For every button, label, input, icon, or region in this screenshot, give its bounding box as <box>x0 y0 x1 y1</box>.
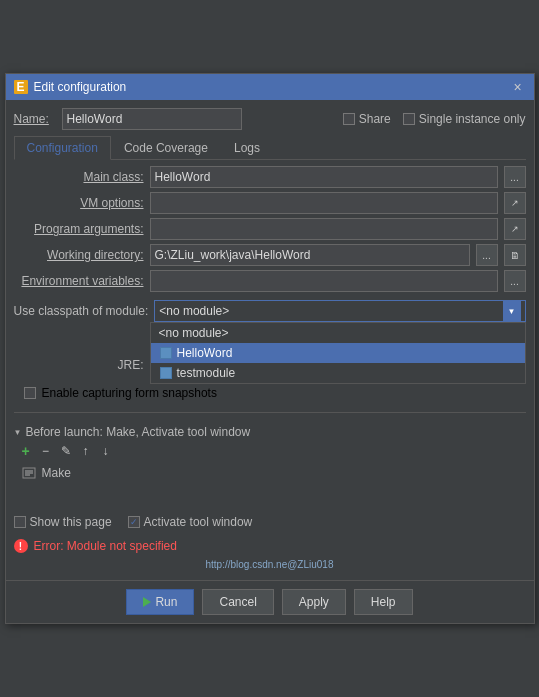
error-icon: ! <box>14 539 28 553</box>
divider <box>14 412 526 413</box>
apply-button[interactable]: Apply <box>282 589 346 615</box>
show-page-label: Show this page <box>30 515 112 529</box>
environment-variables-row: Environment variables: ... <box>14 270 526 292</box>
make-label: Make <box>42 466 71 480</box>
dialog-icon: E <box>14 80 28 94</box>
main-class-label: Main class: <box>14 170 144 184</box>
module-dropdown-arrow[interactable]: ▼ <box>503 301 521 321</box>
spacer <box>14 489 526 505</box>
error-message: Error: Module not specified <box>34 539 177 553</box>
snapshot-label: Enable capturing form snapshots <box>42 386 217 400</box>
dialog-title: Edit configuration <box>34 80 127 94</box>
error-row: ! Error: Module not specified <box>14 539 526 553</box>
activate-tool-label: Activate tool window <box>144 515 253 529</box>
form-area: Main class: ... VM options: ↗ Program ar… <box>14 166 526 400</box>
make-list-item: Make <box>14 463 526 483</box>
dropdown-item-no-module[interactable]: <no module> <box>151 323 525 343</box>
snapshot-row: Enable capturing form snapshots <box>14 386 526 400</box>
edit-configuration-dialog: E Edit configuration × Name: Share Singl… <box>5 73 535 624</box>
show-page-checkbox[interactable] <box>14 516 26 528</box>
environment-variables-label: Environment variables: <box>14 274 144 288</box>
working-directory-browse-button[interactable]: ... <box>476 244 498 266</box>
before-launch-header: ▼ Before launch: Make, Activate tool win… <box>14 425 526 439</box>
environment-variables-input[interactable] <box>150 270 498 292</box>
remove-before-launch-button[interactable]: − <box>38 443 54 459</box>
activate-tool-option: Activate tool window <box>128 515 253 529</box>
jre-label: JRE: <box>14 358 144 372</box>
collapse-triangle-icon[interactable]: ▼ <box>14 428 22 437</box>
show-page-option: Show this page <box>14 515 112 529</box>
vm-options-row: VM options: ↗ <box>14 192 526 214</box>
apply-label: Apply <box>299 595 329 609</box>
single-instance-checkbox-item: Single instance only <box>403 112 526 126</box>
module-row: Use classpath of module: <no module> ▼ <box>14 300 526 322</box>
name-row: Name: Share Single instance only <box>14 108 526 130</box>
working-directory-label: Working directory: <box>14 248 144 262</box>
add-before-launch-button[interactable]: + <box>18 443 34 459</box>
vm-options-label: VM options: <box>14 196 144 210</box>
module-section: Use classpath of module: <no module> ▼ <… <box>14 300 526 322</box>
before-launch-text: Before launch: Make, Activate tool windo… <box>25 425 250 439</box>
before-launch-section: ▼ Before launch: Make, Activate tool win… <box>14 425 526 483</box>
program-arguments-input[interactable] <box>150 218 498 240</box>
help-label: Help <box>371 595 396 609</box>
program-arguments-expand-button[interactable]: ↗ <box>504 218 526 240</box>
testmodule-module-icon <box>159 366 173 380</box>
run-label: Run <box>155 595 177 609</box>
share-checkbox-item: Share <box>343 112 391 126</box>
snapshot-checkbox[interactable] <box>24 387 36 399</box>
activate-tool-checkbox[interactable] <box>128 516 140 528</box>
single-instance-label: Single instance only <box>419 112 526 126</box>
tab-configuration[interactable]: Configuration <box>14 136 111 160</box>
module-select[interactable]: <no module> ▼ <box>154 300 525 322</box>
watermark: http://blog.csdn.ne@ZLiu018 <box>14 559 526 572</box>
helloword-module-icon <box>159 346 173 360</box>
edit-before-launch-button[interactable]: ✎ <box>58 443 74 459</box>
cancel-label: Cancel <box>219 595 256 609</box>
tab-logs[interactable]: Logs <box>221 136 273 160</box>
single-instance-checkbox[interactable] <box>403 113 415 125</box>
dropdown-item-helloword[interactable]: HelloWord <box>151 343 525 363</box>
vm-options-input[interactable] <box>150 192 498 214</box>
make-icon <box>22 466 36 480</box>
module-selected-value: <no module> <box>159 304 229 318</box>
name-input[interactable] <box>62 108 242 130</box>
checkbox-group: Share Single instance only <box>343 112 526 126</box>
environment-variables-browse-button[interactable]: ... <box>504 270 526 292</box>
action-buttons: Run Cancel Apply Help <box>6 580 534 623</box>
module-label: Use classpath of module: <box>14 304 149 318</box>
vm-options-expand-button[interactable]: ↗ <box>504 192 526 214</box>
main-class-input[interactable] <box>150 166 498 188</box>
module-dropdown-list: <no module> HelloWord testmodule <box>150 322 526 384</box>
tab-code-coverage[interactable]: Code Coverage <box>111 136 221 160</box>
close-button[interactable]: × <box>510 79 526 95</box>
dropdown-item-testmodule[interactable]: testmodule <box>151 363 525 383</box>
share-label: Share <box>359 112 391 126</box>
working-directory-input[interactable] <box>150 244 470 266</box>
working-directory-row: Working directory: ... 🗎 <box>14 244 526 266</box>
title-bar: E Edit configuration × <box>6 74 534 100</box>
move-down-before-launch-button[interactable]: ↓ <box>98 443 114 459</box>
main-class-browse-button[interactable]: ... <box>504 166 526 188</box>
title-bar-left: E Edit configuration <box>14 80 127 94</box>
tabs: Configuration Code Coverage Logs <box>14 136 526 160</box>
name-label: Name: <box>14 112 54 126</box>
cancel-button[interactable]: Cancel <box>202 589 273 615</box>
working-directory-file-button[interactable]: 🗎 <box>504 244 526 266</box>
share-checkbox[interactable] <box>343 113 355 125</box>
before-launch-toolbar: + − ✎ ↑ ↓ <box>14 443 526 459</box>
move-up-before-launch-button[interactable]: ↑ <box>78 443 94 459</box>
run-triangle-icon <box>143 597 151 607</box>
program-arguments-row: Program arguments: ↗ <box>14 218 526 240</box>
main-class-row: Main class: ... <box>14 166 526 188</box>
run-button[interactable]: Run <box>126 589 194 615</box>
help-button[interactable]: Help <box>354 589 413 615</box>
bottom-options: Show this page Activate tool window <box>14 511 526 533</box>
program-arguments-label: Program arguments: <box>14 222 144 236</box>
dialog-body: Name: Share Single instance only Configu… <box>6 100 534 580</box>
